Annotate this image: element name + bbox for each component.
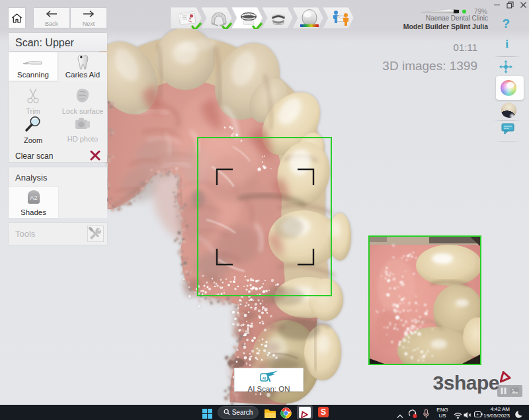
svg-text:AI: AI (262, 376, 266, 380)
svg-text:A2: A2 (30, 194, 38, 201)
